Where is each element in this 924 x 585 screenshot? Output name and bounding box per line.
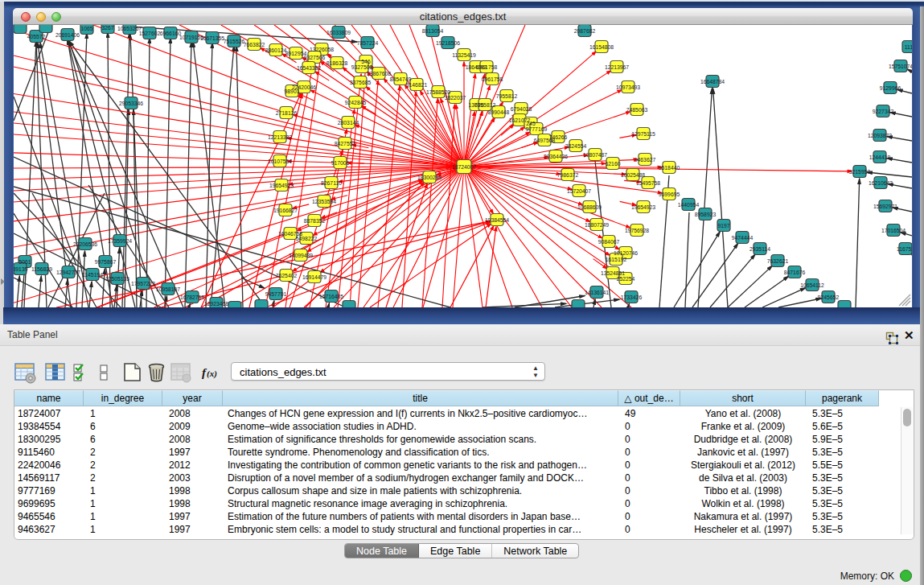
svg-text:12942737: 12942737 <box>56 270 80 275</box>
svg-text:19654923: 19654923 <box>631 204 655 210</box>
svg-text:16210643: 16210643 <box>869 180 893 186</box>
svg-text:20364436: 20364436 <box>544 154 568 159</box>
svg-text:9197: 9197 <box>717 223 729 229</box>
svg-text:2718126: 2718126 <box>276 110 298 116</box>
svg-text:6961758: 6961758 <box>476 64 498 70</box>
svg-text:9474444: 9474444 <box>732 235 754 241</box>
svg-text:1615192: 1615192 <box>606 257 627 262</box>
svg-text:3824554: 3824554 <box>565 143 587 149</box>
svg-text:1440954: 1440954 <box>678 202 700 208</box>
svg-text:9463627: 9463627 <box>634 157 656 163</box>
svg-text:10973493: 10973493 <box>616 84 640 90</box>
svg-text:9245652: 9245652 <box>818 295 840 300</box>
svg-text:3822037: 3822037 <box>445 95 466 101</box>
svg-text:10958107: 10958107 <box>156 286 180 292</box>
svg-text:5061: 5061 <box>18 259 31 265</box>
svg-text:12353594: 12353594 <box>312 199 336 204</box>
svg-text:7663822: 7663822 <box>244 42 265 47</box>
svg-text:18807249: 18807249 <box>585 222 609 228</box>
svg-text:245: 245 <box>526 121 536 126</box>
svg-text:9777169: 9777169 <box>526 126 548 132</box>
svg-text:10654112: 10654112 <box>800 282 824 288</box>
svg-text:9457791: 9457791 <box>265 291 287 297</box>
svg-text:1156829: 1156829 <box>31 266 52 272</box>
svg-text:15751074: 15751074 <box>889 64 912 69</box>
svg-text:16671355: 16671355 <box>200 35 224 41</box>
svg-text:7955812: 7955812 <box>496 93 518 99</box>
svg-text:6966160: 6966160 <box>160 31 182 36</box>
svg-text:8471676: 8471676 <box>784 270 806 275</box>
svg-text:8958923: 8958923 <box>695 212 717 217</box>
svg-text:13226058: 13226058 <box>310 47 334 52</box>
svg-text:9327508: 9327508 <box>351 64 373 70</box>
svg-text:19166827: 19166827 <box>273 208 298 213</box>
svg-text:19218506: 19218506 <box>436 40 460 46</box>
svg-text:19756928: 19756928 <box>625 228 649 233</box>
svg-text:11325419: 11325419 <box>452 52 476 58</box>
svg-text:7857224: 7857224 <box>357 40 379 46</box>
svg-text:7986372: 7986372 <box>557 172 579 178</box>
svg-text:7515526: 7515526 <box>224 39 245 44</box>
svg-text:8454749: 8454749 <box>390 76 412 82</box>
svg-text:7955812: 7955812 <box>474 102 496 108</box>
svg-text:19654923: 19654923 <box>269 183 294 188</box>
svg-text:9146821: 9146821 <box>406 82 428 88</box>
svg-text:8860124: 8860124 <box>265 47 287 53</box>
svg-text:1244419: 1244419 <box>869 154 891 160</box>
svg-text:252254: 252254 <box>617 276 635 282</box>
svg-text:10107554: 10107554 <box>268 159 292 164</box>
svg-text:5498222: 5498222 <box>296 236 318 241</box>
svg-text:8990448: 8990448 <box>488 109 510 115</box>
svg-text:15692971: 15692971 <box>873 204 897 209</box>
svg-text:14136141: 14136141 <box>585 290 609 295</box>
svg-text:9227342: 9227342 <box>873 109 894 114</box>
svg-text:12213967: 12213967 <box>605 64 629 70</box>
svg-text:19384554: 19384554 <box>485 217 509 223</box>
svg-text:3215958: 3215958 <box>849 169 871 175</box>
svg-text:15720407: 15720407 <box>567 188 591 194</box>
svg-text:116753: 116753 <box>897 246 912 252</box>
svg-text:10653267: 10653267 <box>117 26 142 31</box>
svg-text:16648784: 16648784 <box>700 79 725 84</box>
svg-text:8427552: 8427552 <box>335 141 356 146</box>
svg-text:18724007: 18724007 <box>452 164 476 170</box>
svg-text:12093872: 12093872 <box>868 133 892 138</box>
svg-text:16543382: 16543382 <box>297 65 321 71</box>
svg-text:98901: 98901 <box>285 89 300 94</box>
svg-text:20206536: 20206536 <box>73 241 97 247</box>
svg-text:917006: 917006 <box>331 160 350 166</box>
svg-text:1733426: 1733426 <box>621 295 643 300</box>
svg-text:17588520: 17588520 <box>426 89 450 95</box>
svg-text:6961758: 6961758 <box>482 76 503 82</box>
svg-text:12923468: 12923468 <box>204 301 228 307</box>
svg-text:1145194: 1145194 <box>82 272 103 278</box>
svg-text:13524851: 13524851 <box>601 270 625 276</box>
svg-text:10807487: 10807487 <box>583 152 607 158</box>
svg-text:2087682: 2087682 <box>574 28 596 34</box>
svg-text:14099489: 14099489 <box>289 253 313 258</box>
svg-text:111: 111 <box>905 44 912 50</box>
svg-text:62160: 62160 <box>606 161 621 167</box>
svg-text:6497568: 6497568 <box>534 138 556 143</box>
svg-text:546: 546 <box>361 59 371 64</box>
svg-text:16782759: 16782759 <box>180 295 204 300</box>
svg-text:16154808: 16154808 <box>589 44 614 50</box>
svg-text:1065: 1065 <box>80 26 92 31</box>
svg-text:15716485: 15716485 <box>319 294 343 299</box>
svg-text:7485063: 7485063 <box>626 107 648 113</box>
svg-text:7625402: 7625402 <box>276 273 298 278</box>
svg-text:20691406: 20691406 <box>55 32 80 38</box>
svg-text:8878352: 8878352 <box>304 218 326 224</box>
svg-text:12505135: 12505135 <box>105 276 129 282</box>
svg-text:2803144: 2803144 <box>338 120 359 126</box>
svg-text:17359924: 17359924 <box>108 238 132 244</box>
svg-text:39139: 39139 <box>14 266 28 272</box>
svg-text:8813054: 8813054 <box>422 28 444 34</box>
svg-text:17016504: 17016504 <box>881 228 906 233</box>
svg-text:(x): (x) <box>207 369 217 379</box>
svg-text:9975867: 9975867 <box>95 259 117 265</box>
svg-text:8267110: 8267110 <box>321 180 342 186</box>
svg-text:17957223: 17957223 <box>131 281 155 286</box>
svg-text:12213382: 12213382 <box>268 134 292 140</box>
svg-text:7632621: 7632621 <box>767 258 789 264</box>
